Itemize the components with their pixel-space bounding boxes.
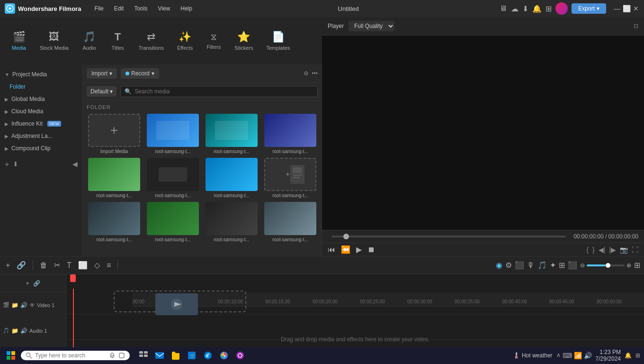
add-track-button[interactable]: + [4, 259, 12, 272]
delete-button[interactable]: 🗑 [38, 259, 49, 272]
drop-zone[interactable] [114, 291, 246, 312]
import-media-item[interactable]: + Import Media [87, 114, 142, 154]
tab-filters[interactable]: ⧖ Filters [199, 28, 228, 54]
profile-avatar[interactable] [555, 2, 568, 15]
store-app-icon[interactable]: 🛒 [186, 349, 198, 362]
task-view-icon[interactable] [137, 349, 150, 362]
tab-media[interactable]: 🎬 Media [5, 27, 33, 55]
split-icon[interactable]: ⊞ [559, 261, 565, 270]
zoom-in-icon[interactable]: ⊕ [626, 262, 631, 269]
audio-track-mute-icon[interactable]: 🔊 [20, 328, 27, 334]
audio-mixer-button[interactable]: ≡ [105, 259, 113, 272]
list-item[interactable]: root-samsung-t... [87, 202, 142, 242]
list-item[interactable]: + root-samsung-t... [263, 158, 318, 198]
prev-frame-icon[interactable]: ◀| [599, 246, 606, 254]
quality-select[interactable]: Full Quality [349, 21, 394, 31]
list-item[interactable]: root-samsung-t... [87, 158, 142, 198]
start-button[interactable] [4, 348, 18, 363]
record-button[interactable]: Record ▾ [121, 68, 159, 79]
tray-volume-icon[interactable]: 🔊 [584, 352, 592, 359]
system-clock[interactable]: 1:23 PM 7/29/2024 [596, 349, 621, 362]
chrome-app-icon[interactable] [218, 349, 230, 362]
import-button[interactable]: ⬇ [13, 160, 18, 169]
track-lock-icon[interactable]: 📁 [11, 302, 18, 309]
crop-button[interactable]: ⬜ [76, 259, 89, 272]
mark-out-icon[interactable]: } [592, 246, 595, 254]
zoom-out-icon[interactable]: ⊖ [580, 262, 585, 269]
section-project-media[interactable]: ▼ Project Media [0, 68, 82, 81]
play-button[interactable]: ▶ [356, 245, 362, 254]
link-tracks-button[interactable]: 🔗 [15, 259, 28, 272]
collapse-panel-button[interactable]: ◀ [72, 160, 78, 169]
text-button[interactable]: T [65, 259, 73, 272]
track-mute-icon[interactable]: 🔊 [20, 302, 27, 309]
audio-track-folder-icon[interactable]: 📁 [11, 328, 18, 334]
tab-stock-media[interactable]: 🖼 Stock Media [33, 27, 75, 55]
list-item[interactable]: root-samsung-t... [145, 114, 200, 154]
export-button[interactable]: Export ▾ [572, 3, 606, 14]
sort-dropdown[interactable]: Default ▾ [87, 86, 116, 97]
files-app-icon[interactable] [170, 349, 182, 362]
tab-stickers[interactable]: ⭐ Stickers [228, 27, 259, 55]
keyframe-button[interactable]: ◇ [92, 259, 102, 272]
preview-player-tab[interactable]: Player [328, 23, 344, 29]
taskbar-expand-icon[interactable]: ⊞ [635, 352, 640, 359]
preview-expand-icon[interactable]: ⊡ [634, 23, 638, 29]
list-item[interactable]: root-samsung-t... [204, 114, 259, 154]
preview-scrubber[interactable] [331, 236, 566, 237]
step-back-button[interactable]: ⏪ [341, 245, 350, 254]
folder-item[interactable]: Folder [0, 81, 82, 93]
taskbar-search-input[interactable] [35, 352, 106, 359]
edge-app-icon[interactable] [202, 349, 214, 362]
grid-view-icon[interactable]: ⊞ [634, 261, 640, 270]
section-cloud-media[interactable]: ▶ Cloud Media [0, 105, 82, 118]
taskbar-search[interactable] [21, 351, 130, 360]
section-compound-clip[interactable]: ▶ Compound Clip [0, 142, 82, 155]
menu-edit[interactable]: Edit [109, 3, 129, 14]
stop-button[interactable]: ⏹ [367, 246, 375, 254]
zoom-track[interactable] [587, 264, 625, 266]
tab-titles[interactable]: T Titles [104, 27, 132, 55]
search-input[interactable] [134, 88, 313, 95]
menu-tools[interactable]: Tools [129, 3, 152, 14]
import-button[interactable]: Import ▾ [87, 68, 117, 79]
add-folder-button[interactable]: + [5, 160, 9, 169]
tab-templates[interactable]: 📄 Templates [259, 27, 296, 55]
audio-track-icon[interactable]: 🎵 [537, 261, 547, 270]
next-frame-icon[interactable]: |▶ [609, 246, 616, 254]
notification-bell-icon[interactable]: 🔔 [625, 352, 632, 359]
motion-icon[interactable]: ◉ [496, 261, 502, 270]
tab-transitions[interactable]: ⇄ Transitions [132, 27, 170, 55]
ai-icon[interactable]: ✦ [550, 261, 556, 270]
mic-icon[interactable]: 🎙 [527, 261, 535, 270]
mark-in-icon[interactable]: { [586, 246, 589, 254]
section-global-media[interactable]: ▶ Global Media [0, 93, 82, 105]
section-influence-kit[interactable]: ▶ Influence Kit NEW [0, 118, 82, 130]
tab-audio[interactable]: 🎵 Audio [75, 27, 104, 55]
filmora-app-icon[interactable] [234, 349, 246, 362]
snap-icon[interactable]: ⚙ [505, 261, 512, 270]
menu-file[interactable]: File [89, 3, 108, 14]
import-media-thumb[interactable]: + [88, 114, 140, 147]
snapshot-icon[interactable]: 📷 [620, 246, 628, 254]
cut-button[interactable]: ✂ [52, 259, 62, 272]
menu-view[interactable]: View [153, 3, 175, 14]
go-start-button[interactable]: ⏮ [328, 246, 335, 254]
close-button[interactable]: ✕ [633, 5, 639, 12]
media-block[interactable] [155, 293, 198, 315]
tray-wifi-icon[interactable]: 📶 [574, 352, 582, 359]
list-item[interactable]: root-samsung-t... [263, 202, 318, 242]
list-item[interactable]: root-samsung-t... [145, 202, 200, 242]
add-track-row[interactable]: + 🔗 [0, 274, 66, 292]
section-adjustment-layer[interactable]: ▶ Adjustment La... [0, 130, 82, 142]
list-item[interactable]: root-samsung-t... [263, 114, 318, 154]
filter-icon[interactable]: ⚙ [304, 70, 309, 77]
tray-keyboard-icon[interactable]: ⌨ [563, 352, 572, 359]
pip-icon[interactable]: ⬛ [568, 261, 577, 270]
fullscreen-icon[interactable]: ⛶ [632, 246, 638, 254]
maximize-button[interactable]: ⬜ [623, 5, 630, 12]
list-item[interactable]: root-samsung-t... [204, 158, 259, 198]
list-item[interactable]: root-samsung-t... [204, 202, 259, 242]
menu-help[interactable]: Help [176, 3, 197, 14]
more-icon[interactable]: ••• [312, 70, 318, 77]
